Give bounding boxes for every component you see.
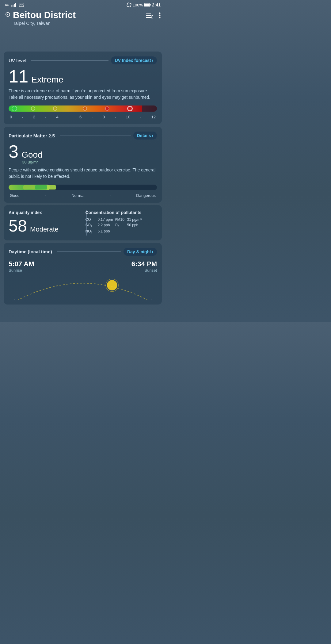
sunset-block: 6:34 PM Sunset	[131, 260, 157, 273]
uv-scale-labels: 0 · 2 · 4 · 6 · 8 · 10 · 12	[9, 115, 157, 119]
aq-value-row: 58 Moderate	[9, 217, 83, 234]
svg-rect-12	[150, 4, 151, 6]
signal-icon	[11, 3, 17, 7]
aq-index-title: Air quality index	[9, 210, 83, 215]
pm-section-header: Particulate Matter 2.5 Details ›	[9, 132, 157, 140]
sunrise-label: Sunrise	[9, 268, 34, 273]
uv-label-8: 8	[103, 115, 105, 119]
aq-category: Moderate	[30, 225, 59, 233]
header-actions	[146, 12, 161, 20]
uv-dot-5: ·	[115, 115, 116, 119]
svg-rect-0	[11, 5, 12, 7]
pm10-label: PM10	[115, 217, 126, 222]
no2-label: NO2	[86, 229, 97, 234]
daytime-header: Daytime (local time) Day & night ›	[9, 248, 157, 256]
pm-label-good: Good	[10, 193, 20, 198]
image-icon	[19, 3, 24, 7]
location-icon: ⊙	[5, 10, 10, 18]
pm-value-row: 3 Good 30 μg/m³	[9, 143, 157, 164]
uv-forecast-link[interactable]: UV Index forecast ›	[111, 56, 157, 64]
status-left: 4G	[5, 3, 24, 7]
uv-dot-2: ·	[45, 115, 46, 119]
location-block: ⊙ Beitou District Taipei City, Taiwan	[5, 10, 76, 26]
uv-label-4: 4	[56, 115, 58, 119]
day-night-link[interactable]: Day & night ›	[124, 248, 157, 256]
pm-details-label: Details	[137, 133, 151, 138]
uv-section: UV level UV Index forecast › 11 Extreme …	[4, 52, 162, 124]
svg-rect-11	[144, 4, 150, 6]
uv-value-row: 11 Extreme	[9, 67, 157, 85]
day-night-chevron-icon: ›	[152, 249, 153, 255]
location-text: Beitou District Taipei City, Taiwan	[13, 10, 76, 26]
uv-label-10: 10	[126, 115, 130, 119]
so2-label: SO2	[86, 223, 97, 228]
uv-section-label: UV level	[9, 58, 26, 63]
co-value: 0.17 ppm	[98, 217, 114, 222]
pollutant-row-3: NO2 5.1 ppb	[86, 229, 157, 234]
uv-value: 11	[9, 67, 29, 85]
svg-rect-9	[127, 3, 131, 7]
uv-section-header: UV level UV Index forecast ›	[9, 56, 157, 64]
aq-value: 58	[9, 217, 27, 234]
time-display: 2:41	[152, 2, 161, 7]
pm-chevron-icon: ›	[152, 133, 153, 138]
pm-details-link[interactable]: Details ›	[133, 132, 157, 140]
no2-value: 5.1 ppb	[98, 229, 114, 233]
daytime-label-group: Daytime (local time)	[9, 249, 124, 254]
pm-label-group: Particulate Matter 2.5	[9, 133, 133, 138]
uv-description: There is an extreme risk of harm if you'…	[9, 88, 157, 101]
daytime-section: Daytime (local time) Day & night › 5:07 …	[4, 243, 162, 305]
pm-category: Good	[21, 150, 43, 160]
location-list-button[interactable]	[146, 12, 153, 20]
pollutants-table: CO 0.17 ppm PM10 31 μg/m³ SO2 2.2 ppb O3…	[86, 217, 157, 234]
pm-label-line	[60, 136, 131, 136]
uv-label-2: 2	[33, 115, 35, 119]
battery-icon	[144, 3, 151, 7]
svg-rect-3	[15, 3, 16, 7]
more-options-button[interactable]	[159, 12, 161, 20]
svg-rect-1	[13, 5, 13, 7]
svg-point-18	[159, 13, 161, 14]
status-bar: 4G 100% 2:41	[0, 0, 166, 9]
pm-dot-2: ·	[110, 193, 111, 198]
aq-left: Air quality index 58 Moderate	[9, 210, 83, 234]
sunrise-block: 5:07 AM Sunrise	[9, 260, 34, 273]
pm-category-block: Good 30 μg/m³	[21, 150, 43, 164]
svg-point-20	[159, 17, 161, 18]
daytime-label-line	[57, 251, 121, 252]
sunrise-sunset-row: 5:07 AM Sunrise 6:34 PM Sunset	[9, 260, 157, 273]
pm-dot-1: ·	[45, 193, 46, 198]
pm-scale-labels: Good · Normal · Dangerous	[9, 193, 157, 198]
uv-label-group: UV level	[9, 58, 111, 63]
city-name: Beitou District	[13, 10, 76, 20]
pollutant-row-2: SO2 2.2 ppb O3 50 ppb	[86, 223, 157, 228]
svg-line-7	[22, 5, 23, 5]
pollutant-row-1: CO 0.17 ppm PM10 31 μg/m³	[86, 217, 157, 222]
header: ⊙ Beitou District Taipei City, Taiwan	[0, 9, 166, 31]
o3-label: O3	[115, 223, 126, 228]
svg-line-6	[21, 4, 22, 5]
pm-label-dangerous: Dangerous	[136, 193, 156, 198]
air-quality-section: Air quality index 58 Moderate Concentrat…	[4, 205, 162, 240]
region-name: Taipei City, Taiwan	[13, 21, 76, 26]
uv-scale	[9, 105, 157, 112]
pm-measurement: 30 μg/m³	[22, 160, 43, 164]
svg-rect-2	[14, 4, 15, 7]
uv-category: Extreme	[32, 75, 63, 85]
pm-scale-track	[9, 185, 157, 190]
uv-label-0: 0	[10, 115, 12, 119]
pollutants-title: Concentration of pollutants	[86, 210, 157, 215]
pm-label-normal: Normal	[71, 193, 84, 198]
so2-value: 2.2 ppb	[98, 223, 114, 227]
uv-dot-3: ·	[68, 115, 70, 119]
sunset-label: Sunset	[131, 268, 157, 273]
uv-dot-4: ·	[92, 115, 93, 119]
pm-section: Particulate Matter 2.5 Details › 3 Good …	[4, 127, 162, 203]
rotate-icon	[127, 2, 131, 7]
pm-description: People with sensitive conditions should …	[9, 167, 157, 180]
uv-chevron-icon: ›	[152, 58, 153, 63]
uv-scale-track	[9, 105, 157, 112]
uv-label-12: 12	[151, 115, 155, 119]
o3-value: 50 ppb	[127, 223, 139, 227]
svg-point-21	[107, 280, 117, 290]
